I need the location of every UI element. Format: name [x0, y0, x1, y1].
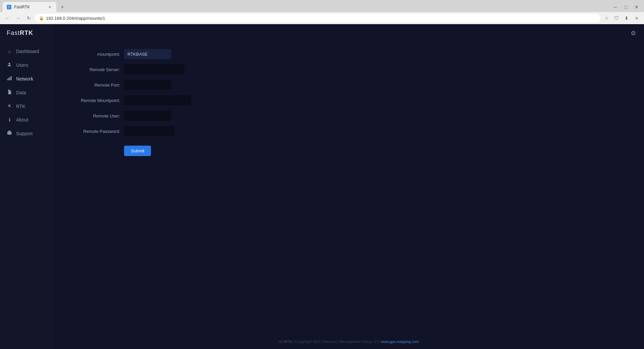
back-button[interactable]: ←	[3, 13, 12, 23]
mountpoint-input[interactable]	[124, 49, 171, 59]
shield-button[interactable]: 🛡	[612, 13, 621, 23]
sidebar-label-about: About	[16, 117, 29, 122]
remote-port-row: Remote Port:	[67, 80, 631, 90]
footer-logo-bold: RTK	[285, 340, 292, 344]
url-text: 192.168.0.204/#/app/mounts/1	[46, 16, 105, 21]
footer-copyright: (C)opyright 2021 Discovery Management Gr…	[292, 340, 380, 344]
remote-mountpoint-label: Remote Mountpoint:	[67, 98, 124, 103]
app-container: FastRTK ⌂ Dashboard Users	[0, 24, 644, 349]
sidebar-label-support: Support	[16, 131, 33, 136]
sidebar-label-data: Data	[16, 90, 26, 95]
svg-rect-3	[11, 76, 11, 80]
browser-tab[interactable]: F FastRTK ✕	[3, 2, 56, 12]
about-icon: ℹ	[7, 117, 12, 122]
sidebar-item-network[interactable]: Network	[0, 72, 54, 86]
browser-chrome: F FastRTK ✕ + ─ □ ✕ ← → ↻ 🔒 192.168.0.20…	[0, 0, 644, 24]
remote-server-label: Remote Server:	[67, 67, 124, 72]
toolbar-right: ☆ 🛡 ⬇ ≡	[602, 13, 641, 23]
submit-row: Submit	[67, 142, 631, 156]
download-button[interactable]: ⬇	[622, 13, 631, 23]
footer-link[interactable]: www.gps-mapping.com	[381, 340, 419, 344]
svg-point-4	[8, 105, 10, 106]
svg-rect-1	[8, 78, 9, 80]
remote-server-row: Remote Server:	[67, 64, 631, 74]
support-icon	[7, 131, 12, 136]
menu-button[interactable]: ≡	[632, 13, 641, 23]
sidebar-label-network: Network	[16, 76, 33, 82]
remote-server-input[interactable]	[124, 64, 184, 74]
submit-button[interactable]: Submit	[124, 146, 151, 156]
logo-regular: Fast	[7, 30, 20, 36]
forward-button[interactable]: →	[13, 13, 23, 23]
security-icon: 🔒	[39, 16, 44, 20]
address-bar[interactable]: 🔒 192.168.0.204/#/app/mounts/1	[35, 14, 600, 22]
mountpoint-row: mountpoint:	[67, 49, 631, 59]
svg-rect-5	[7, 132, 11, 135]
tab-bar: F FastRTK ✕ + ─ □ ✕	[0, 0, 644, 12]
rtk-icon	[7, 103, 12, 109]
sidebar-item-users[interactable]: Users	[0, 58, 54, 72]
sidebar-label-rtk: RTK	[16, 104, 25, 109]
remote-user-input[interactable]	[124, 111, 171, 121]
remote-mountpoint-input[interactable]	[124, 95, 191, 105]
logo-bold: RTK	[20, 30, 33, 36]
data-icon	[7, 90, 12, 95]
remote-port-label: Remote Port:	[67, 83, 124, 88]
main-content: ⚙ mountpoint: Remote Server: Remote Port…	[54, 24, 644, 349]
settings-icon[interactable]: ⚙	[631, 30, 636, 37]
form-section: mountpoint: Remote Server: Remote Port: …	[54, 42, 644, 168]
main-header: ⚙	[54, 24, 644, 42]
close-window-button[interactable]: ✕	[632, 2, 641, 12]
sidebar-item-support[interactable]: Support	[0, 127, 54, 140]
svg-rect-0	[7, 79, 8, 80]
remote-password-row: Remote Password:	[67, 126, 631, 136]
sidebar: FastRTK ⌂ Dashboard Users	[0, 24, 54, 349]
remote-mountpoint-row: Remote Mountpoint:	[67, 95, 631, 105]
sidebar-item-rtk[interactable]: RTK	[0, 99, 54, 113]
users-icon	[7, 62, 12, 68]
tab-favicon: F	[7, 5, 11, 9]
tab-title: FastRTK	[14, 5, 30, 9]
sidebar-label-dashboard: Dashboard	[16, 49, 39, 54]
app-logo: FastRTK	[0, 24, 54, 42]
sidebar-item-dashboard[interactable]: ⌂ Dashboard	[0, 45, 54, 58]
footer-logo-italic: fast	[279, 340, 285, 344]
minimize-button[interactable]: ─	[610, 2, 620, 12]
remote-password-label: Remote Password:	[67, 129, 124, 134]
browser-toolbar: ← → ↻ 🔒 192.168.0.204/#/app/mounts/1 ☆ 🛡…	[0, 12, 644, 24]
bookmark-button[interactable]: ☆	[602, 13, 611, 23]
mountpoint-label: mountpoint:	[67, 52, 124, 57]
window-controls: ─ □ ✕	[610, 2, 641, 12]
maximize-button[interactable]: □	[621, 2, 631, 12]
page-footer: fastRTK (C)opyright 2021 Discovery Manag…	[54, 340, 644, 344]
remote-user-row: Remote User:	[67, 111, 631, 121]
new-tab-button[interactable]: +	[58, 2, 67, 12]
remote-password-input[interactable]	[124, 126, 174, 136]
dashboard-icon: ⌂	[7, 49, 12, 54]
sidebar-item-about[interactable]: ℹ About	[0, 113, 54, 127]
network-icon	[7, 76, 12, 82]
sidebar-item-data[interactable]: Data	[0, 86, 54, 99]
remote-port-input[interactable]	[124, 80, 171, 90]
remote-user-label: Remote User:	[67, 113, 124, 118]
svg-rect-2	[10, 77, 10, 81]
sidebar-label-users: Users	[16, 62, 29, 68]
sidebar-nav: ⌂ Dashboard Users	[0, 42, 54, 349]
tab-close-button[interactable]: ✕	[47, 4, 52, 10]
refresh-button[interactable]: ↻	[24, 13, 34, 23]
